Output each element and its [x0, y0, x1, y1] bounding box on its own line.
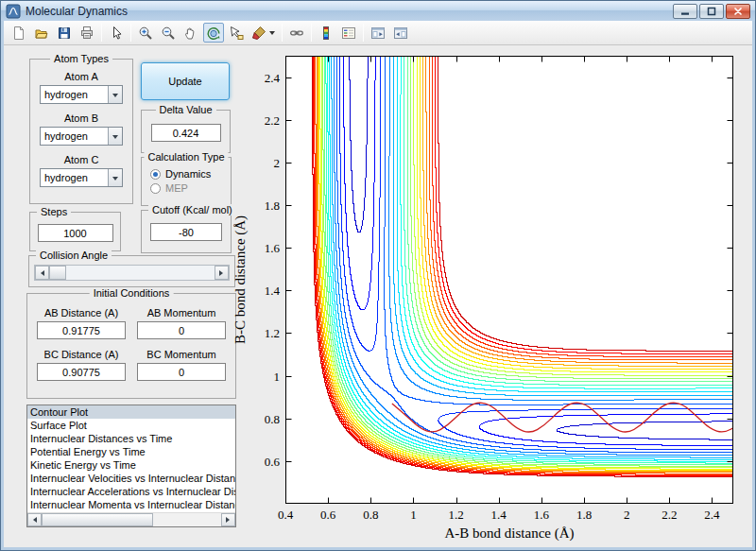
- x-tick-label: 1.2: [439, 508, 473, 523]
- save-figure-icon: [57, 26, 72, 41]
- atom-a-dropdown[interactable]: hydrogen: [40, 85, 123, 104]
- list-item[interactable]: Internuclear Accelerations vs Internucle…: [27, 485, 235, 498]
- slider-thumb[interactable]: [49, 266, 66, 280]
- bc-momentum-label: BC Momentum: [137, 349, 226, 360]
- scroll-right-button[interactable]: [221, 513, 235, 526]
- brush-button[interactable]: [249, 23, 278, 43]
- bc-momentum-field[interactable]: [137, 363, 226, 381]
- brush-icon: [251, 26, 266, 41]
- atom-a-row: Atom Ahydrogen: [30, 71, 132, 104]
- delta-value-field[interactable]: [151, 124, 221, 142]
- y-axis-label: B-C bond distance (Å): [232, 215, 249, 344]
- window-controls: [673, 4, 750, 19]
- save-figure-button[interactable]: [54, 23, 75, 43]
- close-button[interactable]: [726, 4, 750, 19]
- insert-legend-button[interactable]: [338, 23, 359, 43]
- initial-conditions-grid: AB Distance (A)AB MomentumBC Distance (A…: [27, 294, 235, 388]
- chevron-down-icon: [112, 94, 118, 100]
- list-item[interactable]: Kinetic Energy vs Time: [27, 458, 235, 472]
- list-item[interactable]: Surface Plot: [27, 419, 235, 432]
- slider-left-arrow-button[interactable]: [35, 266, 49, 280]
- contour-canvas[interactable]: [285, 56, 733, 504]
- link-plot-button[interactable]: [286, 23, 307, 43]
- rotate-3d-button[interactable]: [203, 23, 224, 43]
- atom-c-dropdown[interactable]: hydrogen: [40, 168, 123, 187]
- toolbar-separator: [282, 24, 283, 42]
- atom-c-label: Atom C: [30, 154, 132, 165]
- ab-momentum-field[interactable]: [137, 321, 226, 339]
- atom-b-dropdown[interactable]: hydrogen: [40, 127, 123, 146]
- insert-colorbar-button[interactable]: [316, 23, 336, 43]
- scrollbar-thumb[interactable]: [42, 513, 153, 526]
- titlebar[interactable]: Molecular Dynamics: [1, 1, 755, 21]
- delta-value-title: Delta Value: [155, 104, 215, 115]
- list-item[interactable]: Internuclear Distances vs Time: [27, 432, 235, 445]
- mep-label: MEP: [165, 182, 188, 194]
- left-arrow-icon: [38, 270, 44, 276]
- app-window: Molecular Dynamics Atom Types Atom Ahydr…: [0, 0, 756, 551]
- scroll-left-button[interactable]: [27, 513, 42, 526]
- print-figure-button[interactable]: [77, 23, 97, 43]
- x-tick-label: 0.8: [353, 508, 387, 523]
- hide-plot-tools-button[interactable]: [368, 23, 388, 43]
- dropdown-arrow-button[interactable]: [108, 86, 122, 103]
- steps-field[interactable]: [38, 224, 113, 242]
- chevron-down-icon: [112, 177, 118, 183]
- plot-type-listbox[interactable]: Contour PlotSurface PlotInternuclear Dis…: [26, 405, 236, 527]
- main-area: Atom Types Atom AhydrogenAtom BhydrogenA…: [4, 45, 752, 547]
- ab-distance-a-field[interactable]: [37, 321, 126, 339]
- dynamics-radio[interactable]: Dynamics: [150, 168, 231, 180]
- y-tick-label: 2.2: [246, 113, 280, 129]
- y-tick-label: 0.8: [246, 412, 280, 427]
- x-tick-label: 1.6: [524, 508, 558, 523]
- y-tick-label: 2.4: [246, 71, 280, 86]
- slider-right-arrow-button[interactable]: [215, 266, 229, 280]
- bc-distance-a-label: BC Distance (A): [37, 349, 126, 360]
- dynamics-label: Dynamics: [165, 168, 211, 180]
- dropdown-arrow-button[interactable]: [108, 169, 122, 186]
- y-tick-label: 0.6: [246, 455, 280, 470]
- pan-button[interactable]: [180, 23, 201, 43]
- window-body: Atom Types Atom AhydrogenAtom BhydrogenA…: [1, 21, 755, 550]
- collision-angle-slider[interactable]: [34, 265, 230, 281]
- maximize-button[interactable]: [699, 4, 724, 19]
- steps-title: Steps: [37, 206, 71, 217]
- list-item[interactable]: Potential Energy vs Time: [27, 445, 235, 458]
- steps-panel: Steps: [29, 212, 121, 251]
- right-arrow-icon: [219, 270, 226, 276]
- show-plot-tools-dock-button[interactable]: [390, 23, 411, 43]
- minimize-button[interactable]: [673, 4, 697, 19]
- show-plot-tools-dock-icon: [393, 26, 408, 41]
- data-cursor-button[interactable]: [226, 23, 247, 43]
- x-tick-label: 2.4: [695, 508, 729, 523]
- zoom-out-button[interactable]: [158, 23, 179, 43]
- new-figure-button[interactable]: [9, 23, 29, 43]
- list-item[interactable]: Internuclear Momenta vs Internuclear Dis…: [27, 498, 235, 511]
- zoom-in-button[interactable]: [135, 23, 156, 43]
- data-cursor-icon: [229, 26, 244, 41]
- x-tick-label: 2.2: [652, 508, 686, 523]
- left-arrow-icon: [30, 517, 37, 523]
- list-item[interactable]: Contour Plot: [27, 405, 235, 419]
- collision-angle-title: Collision Angle: [36, 250, 112, 261]
- atom-b-value: hydrogen: [41, 128, 108, 145]
- listbox-horizontal-scrollbar[interactable]: [27, 512, 235, 526]
- edit-plot-button[interactable]: [106, 23, 127, 43]
- bc-distance-a-field[interactable]: [37, 363, 126, 381]
- dropdown-arrow-button[interactable]: [108, 128, 122, 145]
- x-tick-label: 0.4: [268, 508, 302, 523]
- open-file-button[interactable]: [31, 23, 52, 43]
- brush-dropdown-caret[interactable]: [269, 31, 275, 38]
- zoom-out-icon: [161, 26, 176, 41]
- mep-radio[interactable]: MEP: [150, 182, 231, 194]
- cutoff-field[interactable]: [150, 223, 222, 241]
- y-tick-label: 2: [246, 156, 280, 171]
- window-title: Molecular Dynamics: [26, 5, 128, 18]
- open-file-icon: [34, 26, 49, 41]
- y-tick-label: 1.4: [246, 284, 280, 299]
- list-item[interactable]: Internuclear Velocities vs Internuclear …: [27, 472, 235, 485]
- update-button[interactable]: Update: [141, 62, 230, 100]
- print-figure-icon: [79, 26, 94, 41]
- ab-momentum-label: AB Momentum: [137, 307, 226, 319]
- x-tick-label: 0.6: [311, 508, 345, 523]
